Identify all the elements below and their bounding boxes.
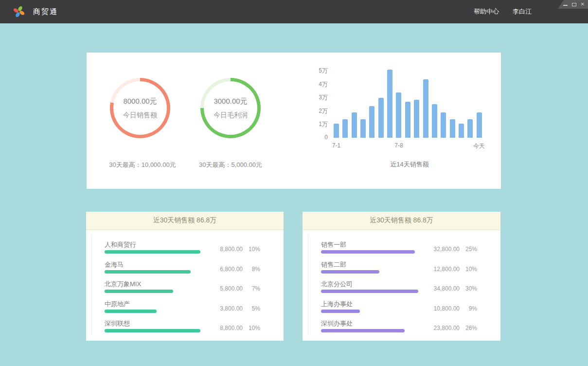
user-name-link[interactable]: 李白江	[513, 7, 532, 16]
ranking-row-amount: 23,800.00	[425, 325, 460, 331]
ranking-row-bar	[321, 270, 379, 274]
ranking-row-amount: 12,800.00	[425, 266, 460, 273]
ranking-row-amount: 5,800.00	[208, 285, 243, 292]
daily-sales-bar-4	[369, 106, 374, 138]
ranking-row: 深圳联想8,800.0010%	[105, 320, 260, 340]
ranking-row: 金海马6,800.008%	[105, 261, 260, 281]
daily-sales-bar-12	[441, 112, 446, 138]
ranking-row-percent: 30%	[460, 285, 477, 292]
app-title: 商贸通	[33, 7, 58, 17]
ranking-row-percent: 10%	[243, 325, 260, 331]
ranking-row-percent: 10%	[460, 266, 477, 273]
today-profit-value: 3000.00元	[214, 97, 247, 106]
ranking-row-amount: 8,800.00	[208, 246, 243, 253]
ranking-row-values: 8,800.0010%	[208, 246, 260, 253]
ranking-row-values: 12,800.0010%	[425, 266, 477, 273]
daily-sales-bar-0	[334, 124, 339, 138]
ranking-row: 深圳办事处23,800.0026%	[321, 320, 477, 340]
y-axis-tick: 2万	[315, 107, 328, 115]
today-sales-label: 今日销售额	[123, 111, 157, 120]
ranking-row-bar	[321, 250, 415, 254]
ranking-row-amount: 32,800.00	[425, 246, 460, 253]
daily-sales-bar-7	[396, 92, 401, 138]
ranking-row: 上海办事处10,800.009%	[321, 300, 477, 320]
ranking-row: 北京分公司34,800.0030%	[321, 280, 477, 300]
daily-sales-bar-8	[405, 102, 410, 138]
daily-sales-bar-chart: 近14天销售额 5万4万3万2万1万07-17-8今天	[315, 65, 495, 184]
today-profit-label: 今日毛利润	[214, 111, 248, 120]
ranking-row-percent: 9%	[460, 305, 477, 312]
ranking-row: 销售一部32,800.0025%	[321, 241, 477, 261]
ranking-row-percent: 8%	[243, 266, 260, 273]
ranking-row-percent: 10%	[243, 246, 260, 253]
ranking-row-percent: 25%	[460, 246, 477, 253]
maximize-icon[interactable]	[572, 3, 576, 6]
daily-sales-bar-3	[360, 119, 366, 138]
daily-sales-bar-9	[414, 100, 419, 138]
ranking-row-values: 23,800.0026%	[425, 325, 477, 331]
ranking-row-amount: 6,800.00	[208, 266, 243, 273]
ranking-row-values: 8,800.0010%	[208, 325, 260, 331]
daily-sales-bar-15	[467, 119, 473, 138]
today-profit-caption: 30天最高：5,000.00元	[175, 161, 286, 169]
ranking-row-values: 5,800.007%	[208, 285, 260, 292]
daily-sales-bar-16	[477, 112, 482, 138]
help-center-link[interactable]: 帮助中心	[474, 7, 499, 16]
ranking-row-amount: 10,800.00	[425, 305, 460, 312]
ranking-row-amount: 8,800.00	[208, 325, 243, 331]
x-axis-tick: 7-1	[332, 142, 340, 149]
y-axis-tick: 1万	[315, 120, 328, 128]
today-profit-donut: 3000.00元 今日毛利润	[200, 78, 261, 138]
today-sales-donut: 8000.00元 今日销售额	[110, 78, 170, 138]
ranking-row-values: 6,800.008%	[208, 266, 260, 273]
ranking-row-values: 34,800.0030%	[425, 285, 477, 292]
ranking-row-bar	[321, 290, 418, 293]
ranking-row-percent: 7%	[243, 285, 260, 292]
minimize-icon[interactable]	[563, 5, 568, 6]
daily-sales-bar-2	[352, 112, 357, 138]
summary-card: 8000.00元 今日销售额 30天最高：10,000.00元 3000.00元…	[87, 53, 501, 189]
ranking-row: 销售二部12,800.0010%	[321, 261, 477, 281]
window-controls: ✕	[558, 0, 588, 9]
close-icon[interactable]: ✕	[581, 2, 585, 7]
daily-sales-bar-10	[423, 79, 428, 138]
ranking-row-bar	[105, 329, 200, 332]
ranking-row-values: 10,800.009%	[425, 305, 477, 312]
y-axis-tick: 4万	[315, 80, 328, 89]
x-axis-tick: 7-8	[394, 142, 403, 149]
y-axis-tick: 3万	[315, 93, 328, 102]
department-ranking-title: 近30天销售额 86.8万	[303, 212, 500, 230]
ranking-row-percent: 5%	[243, 305, 260, 312]
today-sales-value: 8000.00元	[123, 97, 157, 106]
customer-ranking-title: 近30天销售额 86.8万	[86, 212, 284, 230]
daily-sales-bar-14	[459, 124, 464, 138]
daily-sales-bar-11	[432, 104, 437, 138]
ranking-row-amount: 3,800.00	[208, 305, 243, 312]
ranking-row-amount: 34,800.00	[425, 285, 460, 292]
ranking-row: 人和商贸行8,800.0010%	[105, 241, 260, 261]
y-axis-tick: 5万	[315, 67, 328, 75]
ranking-row-percent: 26%	[460, 325, 477, 331]
ranking-row-bar	[105, 250, 200, 254]
ranking-row-bar	[105, 290, 173, 293]
daily-sales-bar-13	[450, 119, 455, 138]
customer-ranking-card: 近30天销售额 86.8万 人和商贸行8,800.0010%金海马6,800.0…	[86, 212, 284, 341]
ranking-row-values: 32,800.0025%	[425, 246, 477, 253]
daily-sales-bar-1	[342, 119, 348, 138]
pinwheel-logo-icon	[13, 6, 25, 18]
titlebar: 商贸通 帮助中心 李白江 ✕	[0, 0, 588, 23]
department-ranking-card: 近30天销售额 86.8万 销售一部32,800.0025%销售二部12,800…	[303, 212, 500, 341]
x-axis-tick: 今天	[473, 142, 485, 150]
daily-sales-bar-6	[387, 70, 392, 138]
daily-sales-bar-5	[378, 98, 384, 138]
ranking-row-bar	[105, 270, 191, 274]
y-axis-tick: 0	[315, 134, 328, 141]
ranking-row-bar	[105, 310, 157, 313]
ranking-row: 北京万象MIX5,800.007%	[105, 280, 260, 300]
ranking-row: 中原地产3,800.005%	[105, 300, 260, 320]
ranking-row-bar	[321, 310, 360, 313]
bar-chart-title: 近14天销售额	[315, 160, 495, 169]
ranking-row-bar	[321, 329, 405, 332]
ranking-row-values: 3,800.005%	[208, 305, 260, 312]
